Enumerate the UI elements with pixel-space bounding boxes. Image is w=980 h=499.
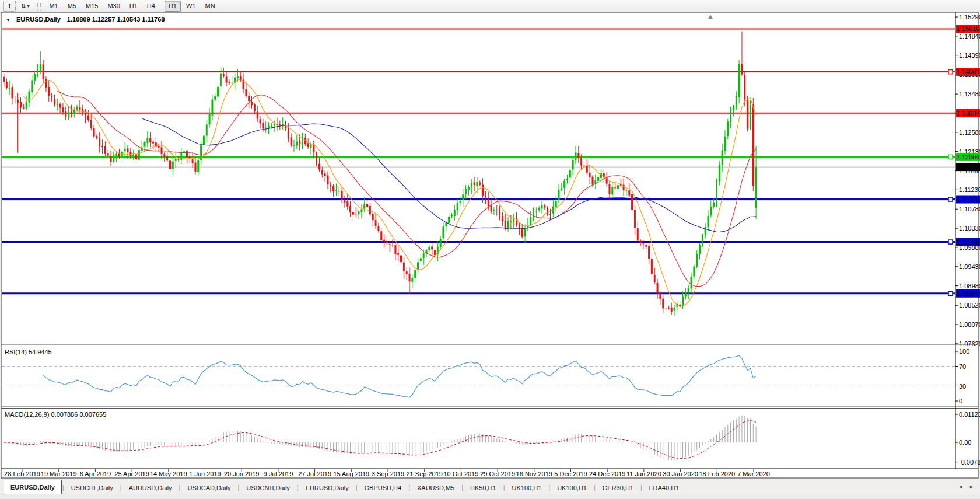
candle-up [558, 190, 560, 200]
chart-tab-USDCAD-Daily[interactable]: USDCAD,Daily [181, 481, 237, 494]
chart-tab-GBPUSD-H4[interactable]: GBPUSD,H4 [358, 481, 408, 494]
candle-down [290, 137, 292, 145]
chart-tab-EURUSD-Daily[interactable]: EURUSD,Daily [299, 481, 355, 494]
candle-down [679, 305, 681, 306]
candle-up [217, 87, 219, 97]
candle-down [474, 182, 475, 185]
candle-down [60, 104, 61, 107]
candle-down [3, 77, 5, 82]
timeframe-button-M1[interactable]: M1 [45, 1, 62, 12]
price-axis-label: 1.14390 [959, 52, 980, 59]
candle-down [6, 82, 8, 88]
candle-up [116, 154, 117, 156]
candle-down [349, 206, 351, 212]
level-handle-1.11009[interactable] [949, 197, 953, 201]
level-badge-text: 1.12004 [957, 153, 980, 160]
candle-down [166, 156, 168, 160]
candle-up [566, 179, 568, 180]
candle-up [296, 142, 298, 146]
candle-up [9, 88, 10, 89]
candle-up [696, 254, 698, 267]
date-label: 15 Aug 2019 [333, 470, 369, 477]
candle-up [448, 217, 450, 223]
chart-ohlc-values: 1.10809 1.12257 1.10543 1.11768 [67, 16, 165, 23]
candle-down [522, 228, 523, 237]
level-handle-1.12004[interactable] [949, 155, 953, 159]
level-handle-1.10008[interactable] [949, 240, 953, 244]
candle-down [248, 96, 250, 101]
level-badge-1.15010: 1.15010 [956, 25, 980, 33]
timeframe-button-M30[interactable]: M30 [103, 1, 124, 12]
date-label: 11 Jan 2020 [626, 470, 662, 477]
candle-up [513, 219, 514, 222]
timeframe-button-H4[interactable]: H4 [143, 1, 159, 12]
top-toolbar: T ⇅ ▾ M1M5M15M30H1H4D1W1MN [0, 0, 980, 12]
candle-up [211, 100, 213, 116]
tab-scroll-right-icon[interactable]: ► [969, 484, 974, 490]
timeframe-button-M5[interactable]: M5 [64, 1, 80, 12]
rsi-scale-label: 70 [959, 363, 966, 370]
date-label: 29 Oct 2019 [480, 470, 515, 477]
candle-up [34, 74, 36, 80]
level-badge-text: 1.08800 [957, 290, 980, 297]
candle-up [611, 187, 613, 194]
candle-up [197, 160, 199, 172]
timeframe-button-D1[interactable]: D1 [164, 1, 181, 12]
candle-down [389, 244, 391, 245]
chart-tab-USDCNH-Daily[interactable]: USDCNH,Daily [240, 481, 296, 494]
timeframe-button-W1[interactable]: W1 [182, 1, 200, 12]
candle-down [741, 64, 743, 74]
candle-down [96, 136, 97, 138]
chart-tab-EURUSD-Daily[interactable]: EURUSD,Daily [4, 480, 62, 494]
collapse-chart-icon[interactable]: ▼ [6, 18, 10, 23]
chart-tab-UK100-H1[interactable]: UK100,H1 [506, 481, 548, 494]
candle-up [538, 208, 540, 210]
chart-tab-USDCHF-Daily[interactable]: USDCHF,Daily [65, 481, 120, 494]
level-handle-1.08800[interactable] [949, 291, 953, 295]
price-axis-label: 1.14840 [959, 33, 980, 40]
tab-scroll-left-icon[interactable]: ◄ [958, 484, 963, 490]
candle-down [499, 210, 501, 215]
chart-tab-UK100-H1[interactable]: UK100,H1 [551, 481, 593, 494]
chart-area[interactable]: 1.152901.148401.143901.139301.134801.130… [0, 0, 980, 499]
candle-up [708, 216, 709, 228]
timeframe-button-MN[interactable]: MN [201, 1, 219, 12]
candle-down [251, 102, 253, 105]
candle-down [20, 102, 22, 107]
price-axis-label: 1.15290 [959, 13, 980, 20]
text-tool-button[interactable]: T [3, 1, 16, 12]
date-label: 19 Mar 2019 [41, 470, 77, 477]
candle-down [341, 191, 343, 199]
candle-down [547, 208, 548, 215]
chart-tab-FRA40-H1[interactable]: FRA40,H1 [643, 481, 685, 494]
candle-up [561, 188, 562, 190]
candle-up [738, 64, 740, 97]
timeframe-button-H1[interactable]: H1 [125, 1, 142, 12]
candle-down [99, 138, 100, 146]
candle-up [220, 73, 222, 86]
date-label: 27 Jul 2019 [298, 470, 331, 477]
candle-down [48, 87, 50, 96]
cursor-tool-button[interactable]: ⇅ ▾ [17, 1, 33, 12]
candle-down [510, 222, 512, 222]
candle-down [330, 185, 331, 187]
candle-down [85, 113, 86, 116]
candle-down [586, 166, 588, 173]
cursor-arrows-icon: ⇅ [21, 3, 25, 9]
candle-up [462, 194, 464, 200]
timeframe-button-M15[interactable]: M15 [82, 1, 102, 12]
candle-up [451, 215, 453, 216]
candle-up [733, 106, 734, 110]
chart-tab-AUDUSD-Daily[interactable]: AUDUSD,Daily [123, 481, 178, 494]
candle-up [442, 226, 444, 238]
candle-down [88, 116, 89, 120]
chart-tab-GER30-H1[interactable]: GER30,H1 [596, 481, 640, 494]
candle-down [90, 120, 92, 128]
chart-tab-HK50-H1[interactable]: HK50,H1 [464, 481, 503, 494]
candle-down [107, 153, 109, 155]
candle-down [637, 228, 639, 241]
chart-tab-XAUUSD-M5[interactable]: XAUUSD,M5 [411, 481, 461, 494]
chart-tabs-bar: EURUSD,Daily|USDCHF,Daily|AUDUSD,Daily|U… [0, 479, 980, 494]
level-handle-1.14001[interactable] [949, 70, 953, 74]
candle-down [254, 104, 256, 111]
